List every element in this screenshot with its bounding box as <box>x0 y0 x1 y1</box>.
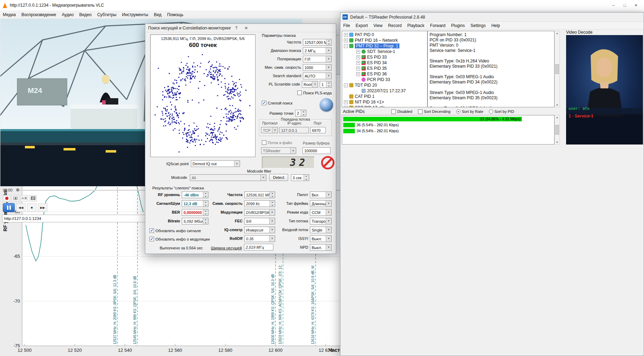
result-value[interactable]: -46 dBm <box>182 192 208 198</box>
menu-item[interactable]: Plugins <box>448 22 467 29</box>
tree-toggle[interactable]: + <box>344 106 348 108</box>
tree-toggle[interactable]: + <box>344 100 348 104</box>
pid-filter-option[interactable]: Sort by PID <box>489 109 514 114</box>
tree-item[interactable]: + SDT: Service-1 <box>342 49 427 54</box>
carrier-width-field[interactable]: 2,519 МГц <box>244 244 273 250</box>
result-value[interactable]: 2099 Кс <box>244 200 275 207</box>
pid-filter-option[interactable]: Disabled <box>391 109 412 114</box>
menu-item[interactable]: Help <box>489 22 503 29</box>
bars-scrollbar[interactable]: ▲▼ <box>555 115 560 145</box>
result-value[interactable]: Single <box>310 227 332 233</box>
tree-toggle[interactable]: + <box>356 72 360 76</box>
stop-button[interactable]: ■ <box>27 203 36 212</box>
result-value[interactable]: CCM <box>310 209 332 216</box>
pid-filter-option[interactable]: ● Sort by Rate <box>456 109 483 114</box>
pls-search-checkbox[interactable] <box>297 90 302 95</box>
menu-item[interactable]: Forward <box>427 22 448 29</box>
tree-toggle[interactable]: + <box>356 50 360 54</box>
tree-toggle[interactable]: + <box>356 61 360 65</box>
pl-scramble-mode-select[interactable]: Root <box>302 81 318 88</box>
pause-button[interactable] <box>3 203 15 212</box>
frame-button[interactable] <box>29 195 37 202</box>
tree-item[interactable]: + ES PID 34 <box>342 60 427 66</box>
details-scrollbar[interactable]: ▲▼ <box>555 31 560 107</box>
ip-field[interactable]: 127.0.0.1 <box>279 127 309 133</box>
snapshot-button[interactable] <box>12 195 19 202</box>
protocol-select[interactable]: TCP <box>261 127 278 133</box>
detect-interval-stepper[interactable]: 3 сек <box>291 174 309 181</box>
result-value[interactable]: Длинный <box>310 200 332 207</box>
buffer-size-field[interactable]: 100000 <box>303 147 331 154</box>
menu-item[interactable]: Инструменты <box>119 11 151 18</box>
result-value[interactable]: Выкл. <box>310 235 332 242</box>
tree-toggle[interactable]: + <box>344 33 348 37</box>
result-value[interactable]: Выкл. <box>310 244 332 251</box>
tree-item[interactable]: + ES PID 36 <box>342 71 427 77</box>
minimize-button[interactable]: ─ <box>608 2 619 9</box>
carrier-width-link[interactable]: Ширина несущей <box>211 246 242 250</box>
previous-button[interactable]: ◀◀ <box>16 203 26 212</box>
help-button[interactable]: ? <box>232 25 241 31</box>
close-button[interactable]: ✕ <box>631 2 641 9</box>
result-value[interactable]: Инверсия <box>244 227 275 233</box>
param-control[interactable]: AUTO <box>303 73 332 79</box>
menu-item[interactable]: Export <box>353 22 371 29</box>
update-signal-info-checkbox[interactable]: ✓ <box>150 228 154 233</box>
menu-item[interactable]: Playback <box>405 22 427 29</box>
blind-search-checkbox[interactable]: ✓ <box>262 101 266 105</box>
result-value[interactable]: Transport <box>310 218 332 224</box>
ab-loop-button[interactable]: A·B <box>20 195 28 202</box>
result-value[interactable]: 12536,911 МГ <box>244 192 275 198</box>
menu-item[interactable]: Субтитры <box>94 11 119 18</box>
result-value[interactable]: 5,092 Мбит <box>182 218 208 224</box>
param-control[interactable]: Г/Л <box>303 56 332 62</box>
modcode-select[interactable]: All <box>190 174 266 181</box>
pid-filter-mark[interactable]: ● <box>456 109 460 114</box>
tree-item[interactable]: + PMT PID 16 – Network <box>342 38 427 43</box>
tree-item[interactable]: + SDT PID 17 <1> <box>342 105 427 107</box>
dialog-titlebar[interactable]: Поиск несущей и Constellation-мониторинг… <box>145 24 336 32</box>
result-value[interactable]: DVBS2/8PSK <box>244 209 275 216</box>
menu-item[interactable]: View <box>371 22 385 29</box>
dialog-close-button[interactable]: ✕ <box>241 25 251 31</box>
tree-item[interactable]: + ES PID 33 <box>342 54 427 60</box>
menu-item[interactable]: File <box>340 22 353 29</box>
pl-scramble-code-stepper[interactable]: 1 <box>320 81 332 88</box>
maximize-button[interactable]: □ <box>619 2 630 9</box>
stop-icon[interactable] <box>321 156 334 169</box>
tree-item[interactable]: PCR PID 33 <box>342 77 427 82</box>
stream-to-file-checkbox[interactable] <box>262 140 266 145</box>
vlc-titlebar[interactable]: http://127.0.0.1:1234 - Медиапроигрывате… <box>0 0 644 11</box>
pid-filter-option[interactable]: Sort Decending <box>418 109 451 114</box>
result-value[interactable]: Вкл. <box>310 192 332 198</box>
pid-filter-mark[interactable] <box>391 109 396 114</box>
menu-item[interactable]: Медиа <box>0 11 19 18</box>
tree-toggle[interactable]: + <box>356 67 360 70</box>
menu-item[interactable]: Воспроизведение <box>19 11 59 18</box>
tree-toggle[interactable]: + <box>356 55 360 59</box>
detect-button[interactable]: Detect <box>269 174 288 181</box>
param-control[interactable]: 1000 <box>303 64 332 71</box>
tree-item[interactable]: 2022/07/21 17:22:37 <box>342 88 427 94</box>
receiver-select[interactable]: TSReader <box>261 147 296 154</box>
result-value[interactable]: 5/6 <box>244 218 275 224</box>
menu-item[interactable]: Settings <box>468 22 489 29</box>
tree-item[interactable]: CAT PID 1 <box>342 94 427 99</box>
result-value[interactable]: 12,3 dB <box>182 200 208 207</box>
tree-item[interactable]: + ES PID 35 <box>342 66 427 71</box>
param-control[interactable]: 2 МГц <box>303 47 332 54</box>
dot-size-stepper[interactable]: 2 <box>295 110 306 116</box>
record-button[interactable] <box>3 195 11 202</box>
tsreader-titlebar[interactable]: Default -- TSReader Professional 2.8.48 <box>340 13 644 22</box>
menu-item[interactable]: Record <box>385 22 405 29</box>
result-value[interactable]: 0.35 <box>244 235 275 242</box>
tree-item[interactable]: + NIT PID 16 <1> <box>342 99 427 105</box>
tree-toggle[interactable]: − <box>344 83 348 87</box>
tree-item[interactable]: − TDT PID 20 <box>342 82 427 88</box>
result-value[interactable]: 0,0000000 <box>182 209 208 216</box>
pid-filter-mark[interactable] <box>418 109 423 114</box>
tree-item[interactable]: + PAT PID 0 <box>342 32 427 38</box>
menu-item[interactable]: Аудио <box>59 11 77 18</box>
menu-item[interactable]: Вид <box>151 11 164 18</box>
param-control[interactable]: 12537,000 МГц <box>303 39 332 46</box>
